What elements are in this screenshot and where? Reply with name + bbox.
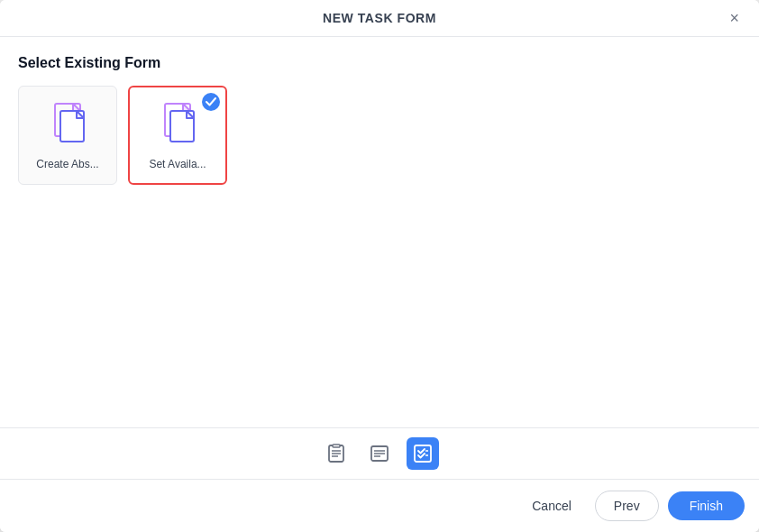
svg-rect-5 [333, 445, 340, 447]
close-button[interactable]: × [724, 8, 745, 28]
new-task-form-modal: NEW TASK FORM × Select Existing Form [0, 0, 759, 532]
modal-header: NEW TASK FORM × [0, 0, 759, 37]
step-icon-3[interactable] [407, 437, 439, 470]
modal-overlay: NEW TASK FORM × Select Existing Form [0, 0, 759, 532]
modal-title: NEW TASK FORM [323, 11, 436, 25]
section-title: Select Existing Form [18, 55, 741, 71]
form-card-label-2: Set Availa... [149, 158, 206, 170]
svg-rect-13 [415, 445, 431, 462]
step-icon-2[interactable] [363, 437, 396, 470]
finish-button[interactable]: Finish [668, 491, 745, 520]
form-card-create-abs[interactable]: Create Abs... [18, 86, 117, 185]
selected-check-badge [202, 93, 220, 111]
form-card-label-1: Create Abs... [36, 158, 98, 170]
cancel-button[interactable]: Cancel [517, 491, 586, 520]
modal-stepper [0, 427, 759, 479]
form-card-set-availa[interactable]: Set Availa... [128, 86, 227, 185]
modal-footer: Cancel Prev Finish [0, 479, 759, 532]
document-icon-1 [48, 100, 87, 151]
step-icon-1[interactable] [320, 437, 352, 470]
document-icon-2 [158, 100, 197, 151]
form-cards-container: Create Abs... [18, 86, 741, 185]
prev-button[interactable]: Prev [595, 491, 659, 521]
modal-body: Select Existing Form Crea [0, 37, 759, 427]
